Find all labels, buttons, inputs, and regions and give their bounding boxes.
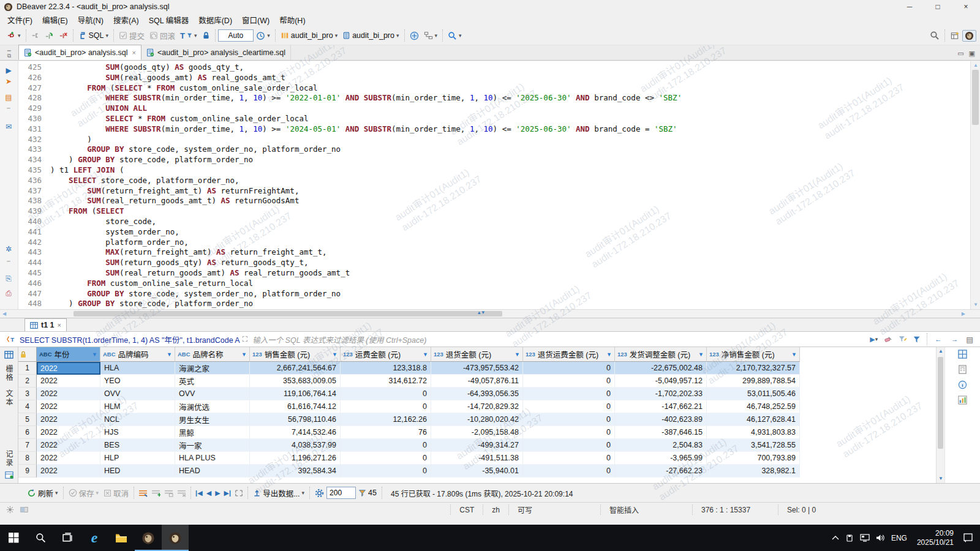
hscrollbar-thumb[interactable] <box>74 311 502 317</box>
code-line-437[interactable]: 437 SUM(return_freight_amt_t) AS returnF… <box>18 186 970 197</box>
grid-scroll-up-icon[interactable]: ▲ <box>937 347 945 356</box>
column-header-6[interactable]: 123退货金额 (元)▼ <box>431 347 523 362</box>
cell[interactable]: 46,127,628.41 <box>707 413 800 426</box>
cell[interactable]: -64,393,056.35 <box>431 388 523 400</box>
column-header-7[interactable]: 123退货运费金额 (元)▼ <box>523 347 615 362</box>
editor-tab-analysis-cleartime[interactable]: <audit_bi_pro> analysis_cleartime.sql <box>141 45 291 60</box>
cell[interactable]: -27,662.23 <box>615 465 707 478</box>
compare-button[interactable] <box>407 29 421 42</box>
table-row-1[interactable]: 12022HLA海澜之家2,667,241,564.67123,318.8-47… <box>18 362 936 375</box>
schema-dropdown-icon[interactable]: ▾ <box>396 32 399 39</box>
cancel-button[interactable]: 取消 <box>101 485 131 501</box>
cell[interactable]: YEO <box>100 375 175 388</box>
code-line-431[interactable]: 431 WHERE SUBSTR(min_order_time, 1, 10) … <box>18 124 970 135</box>
code-line-448[interactable]: 448 ) GROUP BY store_code, platform_orde… <box>18 299 970 309</box>
rollback-button[interactable]: 回滚 <box>147 28 178 43</box>
cell[interactable]: 0 <box>523 439 615 452</box>
cell[interactable]: -402,623.89 <box>615 413 707 426</box>
reconnect-button[interactable] <box>42 29 56 42</box>
grid-scroll-down-icon[interactable]: ▼ <box>937 474 945 483</box>
cancel-label[interactable]: 取消 <box>113 487 129 499</box>
theme-icon[interactable] <box>6 506 14 514</box>
column-filter-icon[interactable]: ▼ <box>698 351 704 358</box>
settings-gear-icon[interactable]: ✲ <box>2 245 15 253</box>
editor-list-icon[interactable]: ⧉ <box>7 53 11 59</box>
add-row-icon[interactable] <box>149 489 162 497</box>
tab-close-icon[interactable]: × <box>132 49 136 56</box>
table-row-5[interactable]: 52022NCL男生女生56,798,110.4612,162.26-10,28… <box>18 413 936 426</box>
apply-filter-icon[interactable]: ▶▾ <box>870 335 878 343</box>
quick-search-button[interactable]: ▾ <box>445 29 464 42</box>
internet-explorer-icon[interactable]: e <box>81 525 108 551</box>
cell[interactable]: OVV <box>100 388 175 400</box>
cell[interactable]: 0 <box>341 400 431 413</box>
code-line-441[interactable]: 441 system_order_no, <box>18 227 970 238</box>
export-data-button[interactable]: 导出数据... ▾ <box>251 485 307 501</box>
column-filter-icon[interactable]: ▼ <box>92 351 97 358</box>
volume-tray-icon[interactable] <box>876 534 885 542</box>
code-line-438[interactable]: 438 SUM(real_return_goods_amt_t) AS retu… <box>18 196 970 206</box>
new-connection-button[interactable]: ▾ <box>4 29 23 42</box>
next-row-button[interactable]: ▶ <box>213 489 222 497</box>
cell[interactable]: 299,889,788.54 <box>707 375 800 388</box>
code-line-442[interactable]: 442 platform_order_no, <box>18 238 970 248</box>
table-row-4[interactable]: 42022HLM海澜优选61,616,744.120-14,720,829.32… <box>18 400 936 413</box>
cell[interactable]: 2022 <box>37 426 100 439</box>
menu-item-7[interactable]: 窗口(W) <box>237 13 274 27</box>
cell[interactable]: 2022 <box>37 413 100 426</box>
fetch-size-input[interactable] <box>326 487 356 499</box>
editor-tab-label[interactable]: <audit_bi_pro> analysis.sql <box>35 48 128 57</box>
taskbar-search-button[interactable] <box>27 525 54 551</box>
close-button[interactable]: × <box>952 0 980 13</box>
maximize-editor-icon[interactable]: ▣ <box>969 50 975 58</box>
database-selector-label[interactable]: audit_bi_pro <box>291 31 333 40</box>
cell[interactable]: 53,011,505.46 <box>707 388 800 400</box>
code-line-436[interactable]: 436 SELECT store_code, platform_order_no… <box>18 176 970 186</box>
column-filter-icon[interactable]: ▼ <box>167 351 172 358</box>
code-line-445[interactable]: 445 SUM(real_return_goods_amt) AS real_r… <box>18 268 970 279</box>
data-grid[interactable]: ABC年份▼ABC品牌编码▼ABC品牌名称▼123销售金额 (元)▼123运费金… <box>18 347 936 483</box>
grid-view-icon[interactable] <box>4 350 13 359</box>
cell[interactable]: 2022 <box>37 439 100 452</box>
cell[interactable]: -387,646.15 <box>615 426 707 439</box>
column-header-1[interactable]: ABC年份▼ <box>37 347 100 362</box>
code-line-439[interactable]: 439 FROM (SELECT <box>18 206 970 217</box>
cell[interactable]: 2,170,732,327.57 <box>707 362 800 375</box>
task-view-button[interactable] <box>54 525 81 551</box>
dbeaver-taskbar-icon[interactable] <box>135 525 162 551</box>
cell[interactable]: HED <box>100 465 175 478</box>
cell[interactable]: 4,038,537.99 <box>250 439 341 452</box>
last-row-button[interactable]: ▶| <box>222 489 233 497</box>
cell[interactable]: 2022 <box>37 400 100 413</box>
cell[interactable]: 0 <box>523 375 615 388</box>
script-task-icon[interactable]: ▤ <box>2 93 15 102</box>
transaction-log-button[interactable]: T ▾ <box>178 29 199 42</box>
cell[interactable]: -1,702,202.33 <box>615 388 707 400</box>
grid-settings-button[interactable] <box>312 487 326 500</box>
commit-button[interactable]: 提交 <box>116 28 147 43</box>
history-dropdown-icon[interactable]: ▾ <box>267 32 270 39</box>
scroll-down-icon[interactable]: ▼ <box>971 301 980 309</box>
filters-menu-icon[interactable] <box>913 335 921 343</box>
metadata-panel-icon[interactable] <box>958 380 967 389</box>
scrollbar-thumb[interactable] <box>972 70 979 125</box>
code-line-435[interactable]: 435) t1 LEFT JOIN ( <box>18 165 970 176</box>
column-header-9[interactable]: 123净销售金额 (元)▼ <box>707 347 800 362</box>
refresh-button[interactable]: 刷新 ▾ <box>24 485 61 501</box>
cell[interactable]: 392,584.34 <box>250 465 341 478</box>
grid-corner-cell[interactable] <box>18 347 37 362</box>
caret-position-indicator[interactable]: 376 : 1 : 15337 <box>692 504 778 514</box>
database-selector[interactable]: audit_bi_pro ▾ <box>278 29 340 42</box>
cell[interactable]: 76 <box>341 426 431 439</box>
cell[interactable]: 328,982.1 <box>707 465 800 478</box>
column-header-4[interactable]: 123销售金额 (元)▼ <box>250 347 341 362</box>
menu-item-8[interactable]: 帮助(H) <box>274 13 310 27</box>
cell[interactable]: 海一家 <box>175 439 250 452</box>
column-filter-icon[interactable]: ▼ <box>241 351 247 358</box>
cell[interactable]: OVV <box>175 388 250 400</box>
cell[interactable]: 男生女生 <box>175 413 250 426</box>
row-number[interactable]: 2 <box>18 375 37 388</box>
explain-plan-icon[interactable]: ✉ <box>2 122 15 131</box>
rollback-label[interactable]: 回滚 <box>160 30 175 42</box>
cell[interactable]: -49,057,876.11 <box>431 375 523 388</box>
